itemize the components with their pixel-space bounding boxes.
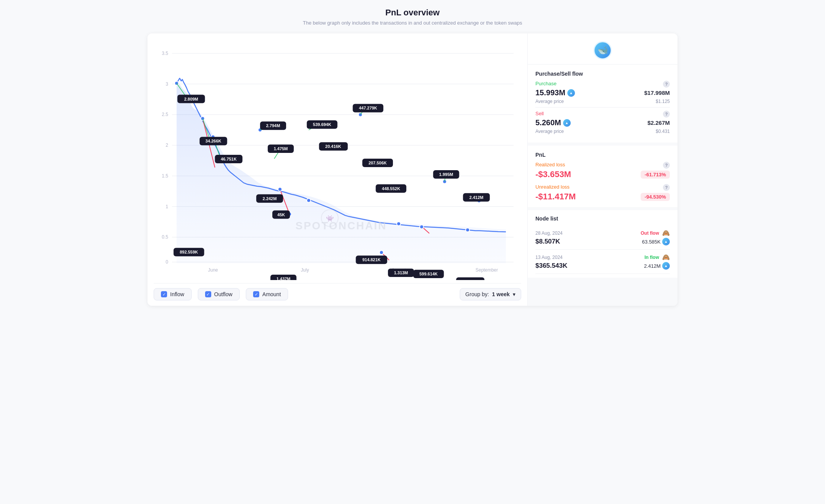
sell-avg-value: $0.431 — [656, 129, 670, 134]
unrealized-header-row: Unrealized loss ? — [535, 184, 670, 191]
node-1-eye-icon[interactable]: 🙈 — [662, 229, 670, 237]
purchase-help-icon[interactable]: ? — [663, 81, 670, 88]
svg-text:2.809M: 2.809M — [184, 97, 198, 101]
svg-text:2.5: 2.5 — [162, 112, 168, 117]
svg-text:👾: 👾 — [326, 215, 334, 222]
node-2-token-icon: ▲ — [662, 262, 670, 270]
amount-label: Amount — [262, 291, 281, 297]
inflow-checkbox[interactable]: ✓ — [161, 291, 167, 297]
unrealized-label: Unrealized loss — [535, 184, 570, 190]
svg-text:63.585K: 63.585K — [462, 279, 479, 280]
node-1-flow-type: Out flow — [641, 230, 659, 236]
node-list-section: Node list 28 Aug, 2024 Out flow 🙈 $8.507… — [528, 210, 678, 278]
node-1-val-row: $8.507K 63.585K ▲ — [535, 238, 670, 245]
svg-text:20.416K: 20.416K — [325, 144, 341, 149]
svg-text:June: June — [208, 267, 218, 273]
sell-header-row: Sell ? — [535, 111, 670, 118]
outflow-checkbox[interactable]: ✓ — [205, 291, 211, 297]
inflow-label: Inflow — [170, 291, 184, 297]
node-2-eye-icon[interactable]: 🙈 — [662, 254, 670, 261]
realized-amount: -$3.653M — [535, 169, 571, 179]
sell-label: Sell — [535, 111, 544, 116]
svg-text:July: July — [301, 267, 309, 273]
group-by-value: 1 week — [492, 291, 510, 297]
svg-text:3: 3 — [166, 81, 168, 87]
svg-text:0: 0 — [166, 259, 168, 265]
unrealized-value-row: -$11.417M -94.530% — [535, 192, 670, 202]
svg-text:207.506K: 207.506K — [368, 161, 387, 165]
purchase-header-row: Purchase ? — [535, 81, 670, 88]
legend-amount[interactable]: ✓ Amount — [246, 288, 288, 300]
node-item-2: 13 Aug, 2024 In flow 🙈 $365.543K 2.412M … — [535, 250, 670, 274]
sell-amount: 5.260M ▲ — [535, 118, 571, 127]
node-1-date-row: 28 Aug, 2024 Out flow 🙈 — [535, 229, 670, 237]
sell-avg-row: Average price $0.431 — [535, 129, 670, 134]
node-2-flow-type: In flow — [644, 255, 659, 260]
node-item-1: 28 Aug, 2024 Out flow 🙈 $8.507K 63.585K … — [535, 225, 670, 250]
svg-text:1.313M: 1.313M — [394, 270, 408, 275]
svg-text:448.552K: 448.552K — [382, 186, 400, 191]
chart-wrapper: 3.5 3 2.5 2 1.5 1 0.5 0 June July August… — [154, 41, 521, 280]
sell-token-icon: ▲ — [563, 119, 571, 127]
node-2-token: 2.412M ▲ — [644, 262, 670, 270]
realized-value-row: -$3.653M -61.713% — [535, 169, 670, 179]
svg-point-35 — [420, 225, 424, 229]
chart-section: 3.5 3 2.5 2 1.5 1 0.5 0 June July August… — [147, 33, 528, 306]
group-by-select[interactable]: Group by: 1 week ▾ — [460, 288, 521, 300]
svg-text:892.559K: 892.559K — [180, 250, 198, 254]
svg-text:3.5: 3.5 — [162, 51, 168, 56]
svg-text:1.475M: 1.475M — [274, 146, 288, 151]
purchase-avg-value: $1.125 — [656, 99, 670, 104]
node-2-val-row: $365.543K 2.412M ▲ — [535, 262, 670, 270]
realized-header-row: Realized loss ? — [535, 162, 670, 169]
svg-text:September: September — [475, 267, 498, 273]
panel-logo: 🐋 — [528, 33, 678, 65]
node-1-usd: $8.507K — [535, 238, 560, 245]
svg-text:1.437M: 1.437M — [277, 277, 291, 280]
purchase-amount: 15.993M ▲ — [535, 88, 575, 97]
node-2-date: 13 Aug, 2024 — [535, 255, 563, 260]
purchase-avg-row: Average price $1.125 — [535, 99, 670, 104]
svg-text:1.995M: 1.995M — [439, 172, 453, 177]
svg-text:2.794M: 2.794M — [266, 123, 280, 128]
svg-text:914.821K: 914.821K — [362, 257, 381, 262]
purchase-label: Purchase — [535, 81, 557, 86]
unrealized-help-icon[interactable]: ? — [663, 184, 670, 191]
info-panel: 🐋 Purchase/Sell flow Purchase ? 15.993M … — [528, 33, 678, 306]
outflow-label: Outflow — [214, 291, 232, 297]
realized-help-icon[interactable]: ? — [663, 162, 670, 169]
node-1-date: 28 Aug, 2024 — [535, 230, 563, 236]
svg-text:2.242M: 2.242M — [263, 196, 277, 201]
sell-usd: $2.267M — [648, 119, 670, 126]
legend-outflow[interactable]: ✓ Outflow — [198, 288, 240, 300]
svg-text:SPOTONCHAIN: SPOTONCHAIN — [295, 220, 387, 232]
svg-text:599.614K: 599.614K — [419, 272, 438, 276]
svg-point-34 — [397, 222, 401, 226]
node-1-token: 63.585K ▲ — [642, 238, 670, 245]
sell-avg-label: Average price — [535, 129, 564, 134]
node-2-usd: $365.543K — [535, 262, 567, 270]
legend-inflow[interactable]: ✓ Inflow — [154, 288, 192, 300]
group-by-label: Group by: — [466, 291, 489, 297]
page-subtitle: The below graph only includes the transa… — [303, 20, 522, 26]
purchase-sell-section: Purchase/Sell flow Purchase ? 15.993M ▲ … — [528, 65, 678, 146]
sell-value-row: 5.260M ▲ $2.267M — [535, 118, 670, 127]
purchase-token-icon: ▲ — [567, 89, 575, 97]
svg-point-25 — [201, 116, 205, 120]
realized-pct-badge: -61.713% — [641, 171, 670, 179]
purchase-avg-label: Average price — [535, 99, 564, 104]
sell-help-icon[interactable]: ? — [663, 111, 670, 118]
svg-point-31 — [307, 199, 311, 202]
svg-text:2: 2 — [166, 143, 168, 148]
node-2-date-row: 13 Aug, 2024 In flow 🙈 — [535, 254, 670, 261]
main-container: 3.5 3 2.5 2 1.5 1 0.5 0 June July August… — [147, 33, 678, 306]
svg-text:34.266K: 34.266K — [205, 139, 222, 143]
realized-label: Realized loss — [535, 162, 565, 167]
unrealized-amount: -$11.417M — [535, 192, 576, 202]
purchase-sell-title: Purchase/Sell flow — [535, 71, 670, 77]
chart-legend-bar: ✓ Inflow ✓ Outflow ✓ Amount Group by: 1 … — [154, 283, 521, 302]
svg-text:447.279K: 447.279K — [359, 106, 377, 110]
svg-text:1: 1 — [166, 204, 168, 209]
amount-checkbox[interactable]: ✓ — [253, 291, 259, 297]
svg-text:1.5: 1.5 — [162, 173, 168, 179]
